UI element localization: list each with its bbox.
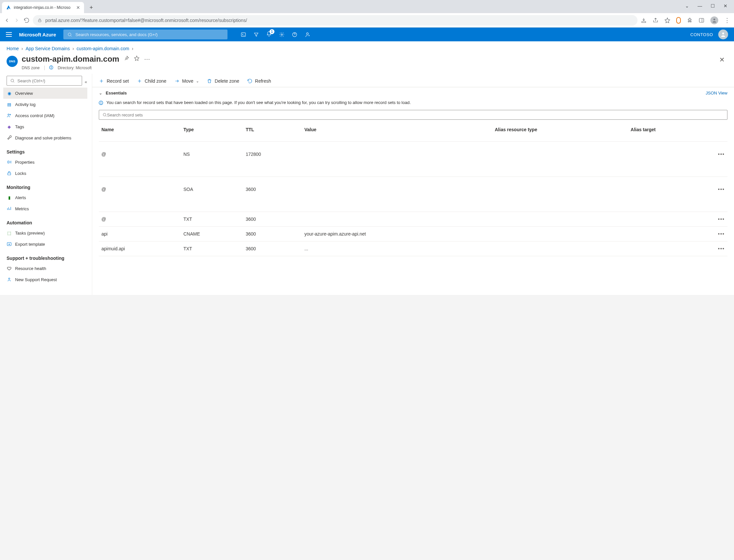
sidebar-item-resource-health[interactable]: Resource health bbox=[3, 263, 87, 274]
table-row[interactable]: @SOA3600••• bbox=[99, 177, 727, 212]
close-blade-icon[interactable]: ✕ bbox=[717, 54, 727, 65]
col-alias-type[interactable]: Alias resource type bbox=[492, 124, 628, 142]
favorite-icon[interactable] bbox=[134, 55, 139, 61]
record-search-input[interactable] bbox=[107, 113, 724, 117]
col-ttl[interactable]: TTL bbox=[243, 124, 302, 142]
breadcrumb: Home › App Service Domains › custom-apim… bbox=[0, 41, 734, 52]
user-avatar[interactable] bbox=[718, 30, 728, 39]
more-icon[interactable]: ⋯ bbox=[144, 55, 150, 63]
row-actions-icon[interactable]: ••• bbox=[714, 142, 727, 177]
forward-icon[interactable] bbox=[14, 17, 20, 23]
hamburger-icon[interactable] bbox=[6, 32, 12, 37]
table-row[interactable]: apiCNAME3600your-azure-apim.azure-api.ne… bbox=[99, 227, 727, 241]
add-record-button[interactable]: Record set bbox=[99, 78, 129, 84]
brand[interactable]: Microsoft Azure bbox=[19, 32, 56, 37]
sidepanel-icon[interactable] bbox=[699, 17, 704, 23]
col-value[interactable]: Value bbox=[302, 124, 492, 142]
delete-zone-button[interactable]: Delete zone bbox=[207, 78, 239, 84]
browser-tab[interactable]: integration-ninjas.co.in - Microso × bbox=[2, 2, 84, 13]
window-controls: ⌄ — ☐ ✕ bbox=[679, 0, 734, 12]
sidebar-item-activity-log[interactable]: ▤ Activity log bbox=[3, 99, 87, 110]
sidebar-item-support[interactable]: New Support Request bbox=[3, 274, 87, 285]
row-actions-icon[interactable]: ••• bbox=[714, 177, 727, 212]
crumb-home[interactable]: Home bbox=[7, 46, 19, 51]
col-type[interactable]: Type bbox=[181, 124, 243, 142]
kebab-menu-icon[interactable]: ⋮ bbox=[724, 17, 730, 24]
pin-icon[interactable] bbox=[124, 55, 129, 61]
notification-badge: 1 bbox=[269, 29, 274, 34]
notifications-button[interactable]: 1 bbox=[266, 31, 272, 38]
metrics-icon bbox=[7, 206, 12, 211]
filter-icon[interactable] bbox=[253, 32, 259, 37]
cloud-shell-icon[interactable] bbox=[241, 32, 246, 37]
chevron-down-icon: ⌄ bbox=[196, 79, 199, 83]
star-icon[interactable] bbox=[664, 17, 670, 23]
close-tab-icon[interactable]: × bbox=[75, 5, 81, 10]
feedback-icon[interactable] bbox=[304, 32, 310, 37]
cell-ttl: 3600 bbox=[243, 227, 302, 241]
sidebar-item-tags[interactable]: ◆ Tags bbox=[3, 121, 87, 132]
add-child-zone-button[interactable]: Child zone bbox=[137, 78, 166, 84]
cell-value bbox=[302, 212, 492, 227]
close-window-icon[interactable]: ✕ bbox=[724, 3, 727, 9]
info-icon[interactable]: ⓘ bbox=[49, 65, 53, 71]
cell-ttl: 172800 bbox=[243, 142, 302, 177]
url-text: portal.azure.com/?feature.customportal=f… bbox=[45, 18, 247, 23]
json-view-link[interactable]: JSON View bbox=[706, 91, 727, 95]
sidebar-item-diagnose[interactable]: Diagnose and solve problems bbox=[3, 132, 87, 143]
sidebar-item-metrics[interactable]: Metrics bbox=[3, 203, 87, 214]
sidebar-item-iam[interactable]: Access control (IAM) bbox=[3, 110, 87, 121]
tenant-name[interactable]: CONTOSO bbox=[690, 32, 713, 37]
new-tab-button[interactable]: + bbox=[87, 3, 96, 12]
move-button[interactable]: Move ⌄ bbox=[174, 78, 199, 84]
table-row[interactable]: apimuid.apiTXT3600...••• bbox=[99, 241, 727, 256]
essentials-toggle[interactable]: Essentials bbox=[106, 91, 127, 95]
browser-avatar[interactable] bbox=[710, 16, 718, 24]
crumb-resource[interactable]: custom-apim.domain.com bbox=[76, 46, 129, 51]
row-actions-icon[interactable]: ••• bbox=[714, 227, 727, 241]
crumb-domains[interactable]: App Service Domains bbox=[26, 46, 70, 51]
maximize-icon[interactable]: ☐ bbox=[711, 3, 715, 9]
row-actions-icon[interactable]: ••• bbox=[714, 212, 727, 227]
share-icon[interactable] bbox=[653, 17, 659, 23]
sidebar-search-input[interactable] bbox=[17, 78, 78, 83]
minimize-icon[interactable]: — bbox=[698, 3, 702, 9]
sidebar-search[interactable] bbox=[7, 76, 82, 86]
global-search[interactable] bbox=[63, 30, 227, 39]
col-alias-target[interactable]: Alias target bbox=[628, 124, 714, 142]
table-row[interactable]: @TXT3600••• bbox=[99, 212, 727, 227]
sidebar-item-label: Access control (IAM) bbox=[15, 113, 54, 118]
svg-point-9 bbox=[11, 79, 13, 82]
back-icon[interactable] bbox=[4, 17, 10, 23]
dns-zone-icon: DNS bbox=[7, 56, 18, 67]
profile-capsule-icon[interactable] bbox=[676, 17, 681, 24]
chevron-down-icon[interactable]: ⌄ bbox=[99, 91, 102, 95]
reload-icon[interactable] bbox=[24, 17, 30, 23]
sidebar-item-export[interactable]: Export template bbox=[3, 239, 87, 250]
cell-type: CNAME bbox=[181, 227, 243, 241]
help-icon[interactable] bbox=[292, 32, 297, 37]
sidebar-item-alerts[interactable]: ▮ Alerts bbox=[3, 192, 87, 203]
collapse-sidebar-icon[interactable]: « bbox=[85, 79, 87, 84]
tab-title: integration-ninjas.co.in - Microso bbox=[14, 5, 73, 10]
row-actions-icon[interactable]: ••• bbox=[714, 241, 727, 256]
global-search-input[interactable] bbox=[75, 32, 223, 37]
sidebar-item-label: Resource health bbox=[15, 266, 46, 271]
sidebar-item-overview[interactable]: ◉ Overview bbox=[3, 88, 87, 99]
chevron-down-icon[interactable]: ⌄ bbox=[685, 3, 689, 9]
address-input[interactable]: portal.azure.com/?feature.customportal=f… bbox=[33, 15, 638, 26]
sidebar-item-tasks[interactable]: ⬚ Tasks (preview) bbox=[3, 227, 87, 239]
svg-point-8 bbox=[722, 32, 724, 34]
record-search[interactable] bbox=[99, 110, 727, 120]
table-row[interactable]: @NS172800••• bbox=[99, 142, 727, 177]
refresh-button[interactable]: Refresh bbox=[247, 78, 271, 84]
gear-icon[interactable] bbox=[279, 32, 284, 37]
install-icon[interactable] bbox=[641, 17, 647, 23]
sidebar-item-locks[interactable]: Locks bbox=[3, 168, 87, 179]
search-icon bbox=[10, 78, 15, 83]
col-name[interactable]: Name bbox=[99, 124, 181, 142]
extensions-icon[interactable] bbox=[687, 17, 693, 23]
cell-value bbox=[302, 177, 492, 212]
sidebar-item-properties[interactable]: Properties bbox=[3, 156, 87, 168]
trash-icon bbox=[207, 78, 212, 84]
